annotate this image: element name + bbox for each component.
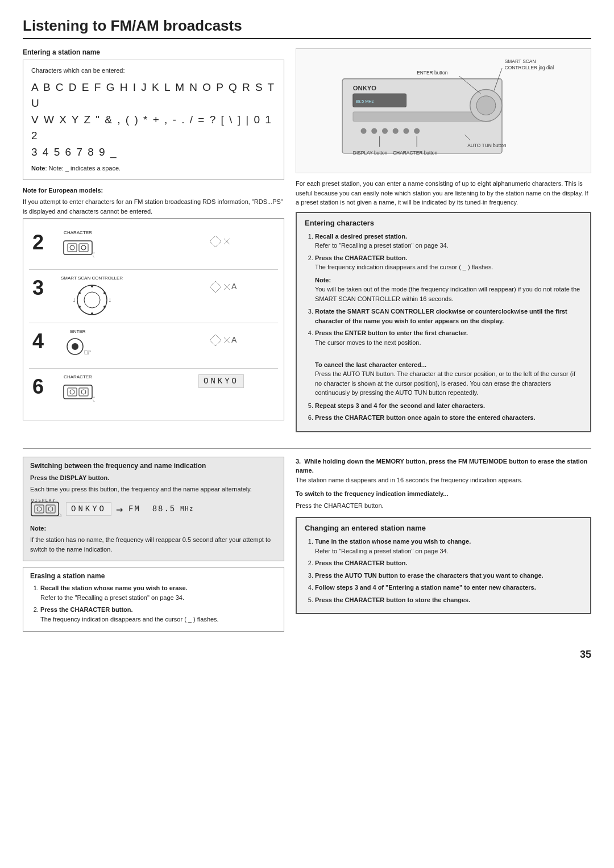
bottom-right-step3-text: The station name disappears and in 16 se… (296, 477, 522, 483)
note-euro-title: Note for European models: (23, 187, 103, 194)
svg-point-4 (81, 245, 86, 250)
erasing-steps: Recall the station whose name you wish t… (30, 583, 277, 624)
svg-text:☞: ☞ (59, 511, 61, 519)
svg-point-16 (103, 306, 106, 308)
ec-step-5-bold: Repeat steps 3 and 4 for the second and … (315, 402, 485, 409)
top-section: Entering a station name Characters which… (23, 48, 591, 438)
to-switch-heading: To switch to the frequency indication im… (296, 489, 591, 499)
changing-station-section: Changing an entered station name Tune in… (296, 517, 591, 614)
enter-button-icon: ☞ (61, 335, 95, 358)
page-title: Listening to FM/AM broadcasts (23, 17, 591, 39)
display-onkyo: ONKYO (66, 502, 111, 516)
svg-point-61 (393, 128, 398, 133)
erase-step-1-text: Refer to the "Recalling a preset station… (40, 594, 184, 601)
page-number: 35 (580, 649, 591, 660)
ec-step-2-bold: Press the CHARACTER button. (315, 254, 408, 261)
description-text: For each preset station, you can enter a… (296, 179, 591, 207)
ec-step-1-bold: Recall a desired preset station. (315, 233, 407, 240)
bottom-section: Switching between the frequency and name… (23, 448, 591, 638)
bottom-right-step3: 3. While holding down the MEMORY button,… (296, 457, 591, 485)
entering-station-name-heading: Entering a station name (23, 48, 284, 56)
svg-point-17 (91, 312, 93, 315)
svg-text:88.5 MHz: 88.5 MHz (356, 99, 374, 104)
change-step-2: Press the CHARACTER button. (315, 558, 582, 568)
ec-step-1-text: Refer to "Recalling a preset station" on… (315, 242, 449, 249)
step-2-icon: CHARACTER ☞ (55, 230, 168, 260)
steps-box: 2 CHARACTER ☞ (23, 218, 284, 420)
character-box: Characters which can be entered: A B C D… (23, 60, 284, 180)
jog-dial-icon: ↓ ↓ (69, 282, 115, 316)
step-row-6: 6 CHARACTER ☞ (29, 369, 278, 414)
ec-step-4: Press the ENTER button to enter the firs… (315, 328, 582, 398)
step-row-2: 2 CHARACTER ☞ (29, 224, 278, 270)
svg-line-25 (215, 287, 221, 293)
step2-icon-label: CHARACTER (61, 230, 95, 235)
ec-step-5: Repeat steps 3 and 4 for the second and … (315, 401, 582, 411)
erase-step-1-bold: Recall the station whose name you wish t… (40, 585, 188, 591)
freq-display-illustration: ☞ DISPLAY ONKYO → FM 88.5 MHz (30, 499, 277, 519)
note-european: Note for European models: If you attempt… (23, 186, 284, 216)
svg-point-59 (372, 128, 377, 133)
ec-step-2-text: The frequency indication disappears and … (315, 264, 493, 270)
press-display-bold: Press the DISPLAY button. (30, 474, 109, 481)
switching-note: Note: If the station has no name, the fr… (30, 524, 277, 554)
svg-text:DISPLAY: DISPLAY (31, 499, 56, 503)
note-euro-text: If you attempt to enter characters for a… (23, 197, 284, 216)
svg-point-60 (382, 128, 387, 133)
auto-tun-label: AUTO TUN button (467, 143, 507, 148)
char-line1: A B C D E F G H I J K L M N O P Q R S T … (31, 80, 276, 112)
step-2-indicator (168, 230, 275, 253)
to-switch-text: Press the CHARACTER button. (296, 501, 591, 511)
smart-scan-label: SMART SCAN (505, 59, 536, 64)
step-3-icon: SMART SCAN CONTROLLER (55, 276, 168, 317)
ec-step-2-note: Note: You will be taken out of the mode … (315, 276, 582, 304)
change-step-4: Follow steps 3 and 4 of "Entering a stat… (315, 583, 582, 592)
step-3-indicator: A (168, 276, 275, 298)
left-column: Entering a station name Characters which… (23, 48, 284, 438)
step-4-indicator: A (168, 329, 275, 352)
bottom-right-column: 3. While holding down the MEMORY button,… (296, 457, 591, 638)
onkyo-display: ONKYO (198, 374, 244, 388)
device-diagram-svg: ONKYO 88.5 MHz ENTER button SMART SCAN C… (300, 52, 587, 169)
svg-point-58 (361, 128, 366, 133)
ec-step-4-bold: Press the ENTER button to enter the firs… (315, 329, 468, 336)
svg-text:☞: ☞ (84, 348, 92, 357)
switching-note-text: If the station has no name, the frequenc… (30, 535, 277, 554)
change-step-3: Press the AUTO TUN button to erase the c… (315, 571, 582, 581)
step-6-icon: CHARACTER ☞ (55, 374, 168, 404)
svg-line-34 (210, 340, 215, 346)
entering-chars-title: Entering characters (305, 219, 582, 227)
erasing-title: Erasing a station name (30, 572, 277, 580)
entering-chars-steps: Recall a desired preset station. Refer t… (305, 232, 582, 423)
step-num-6: 6 (32, 377, 55, 397)
svg-point-19 (78, 292, 81, 294)
ec-step-3: Rotate the SMART SCAN CONTROLLER clockwi… (315, 307, 582, 326)
display-freq: FM 88.5 (128, 504, 176, 514)
step-row-3: 3 SMART SCAN CONTROLLER (29, 270, 278, 323)
svg-point-12 (77, 285, 107, 315)
char-button-icon-2: ☞ (61, 381, 95, 403)
svg-line-35 (215, 340, 221, 346)
ec-step-1: Recall a desired preset station. Refer t… (315, 232, 582, 251)
step6-icon-label: CHARACTER (61, 374, 95, 379)
svg-line-8 (210, 241, 215, 247)
blink-indicator-2 (204, 230, 238, 253)
svg-rect-2 (79, 244, 88, 252)
changing-steps: Tune in the station whose name you wish … (305, 537, 582, 604)
erase-step-2: Press the CHARACTER button. The frequenc… (40, 605, 277, 624)
svg-rect-49 (353, 112, 491, 122)
display-button-icon: ☞ DISPLAY (30, 499, 61, 519)
change-step-5: Press the CHARACTER button to store the … (315, 595, 582, 605)
char-line3: 3 4 5 6 7 8 9 _ (31, 144, 276, 161)
svg-line-9 (215, 241, 221, 247)
step-num-4: 4 (32, 331, 55, 352)
svg-rect-1 (68, 244, 77, 252)
device-diagram: ONKYO 88.5 MHz ENTER button SMART SCAN C… (296, 48, 591, 173)
svg-text:ONKYO: ONKYO (353, 85, 376, 91)
erase-step-2-bold: Press the CHARACTER button. (40, 606, 133, 613)
svg-point-67 (37, 507, 42, 511)
switching-title: Switching between the frequency and name… (30, 462, 277, 470)
blink-indicator-3: A (204, 276, 238, 298)
display-arrow: → (116, 502, 124, 516)
svg-point-13 (84, 292, 100, 308)
